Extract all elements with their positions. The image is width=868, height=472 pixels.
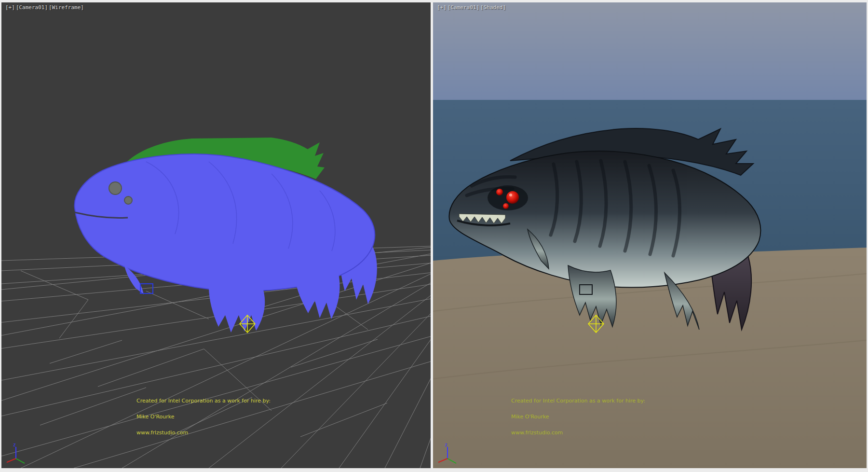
credit-line-2: Mike O'Rourke <box>136 414 271 419</box>
axis-z-label: z <box>445 442 448 447</box>
sky <box>433 2 867 100</box>
viewport-menu-shading[interactable]: [Shaded] <box>480 4 506 11</box>
credit-line-1: Created for Intel Corporation as a work … <box>511 398 645 403</box>
viewport-wireframe[interactable]: [+][Camera01][Wireframe] <box>1 2 431 468</box>
viewport-area: [+][Camera01][Wireframe] <box>0 0 868 472</box>
viewport-menu-shading[interactable]: [Wireframe] <box>49 4 84 11</box>
credit-text: Created for Intel Corporation as a work … <box>136 388 271 446</box>
viewport-menu-general[interactable]: [+] <box>437 4 447 11</box>
credit-text: Created for Intel Corporation as a work … <box>511 388 645 446</box>
axis-z-label: z <box>13 442 16 447</box>
viewport-menu-general[interactable]: [+] <box>5 4 15 11</box>
viewport-menu-pov[interactable]: [Camera01] <box>448 4 479 11</box>
axis-tripod: z <box>4 440 29 465</box>
credit-line-2: Mike O'Rourke <box>511 414 645 419</box>
belly-fin-drape[interactable] <box>209 285 265 333</box>
fish-body[interactable] <box>75 154 375 291</box>
fish-model-wireframe[interactable] <box>75 138 377 333</box>
viewport-menu-pov[interactable]: [Camera01] <box>16 4 48 11</box>
viewport-shaded[interactable]: [+][Camera01][Shaded] <box>433 2 867 468</box>
viewport-label-right: [+][Camera01][Shaded] <box>437 4 507 11</box>
viewport-label-left: [+][Camera01][Wireframe] <box>5 4 85 11</box>
credit-line-3: www.frlzstudio.com <box>136 430 271 435</box>
axis-tripod: z <box>436 440 461 465</box>
credit-line-1: Created for Intel Corporation as a work … <box>136 398 271 403</box>
credit-line-3: www.frlzstudio.com <box>511 430 645 435</box>
shaded-scene-canvas[interactable] <box>433 2 867 468</box>
